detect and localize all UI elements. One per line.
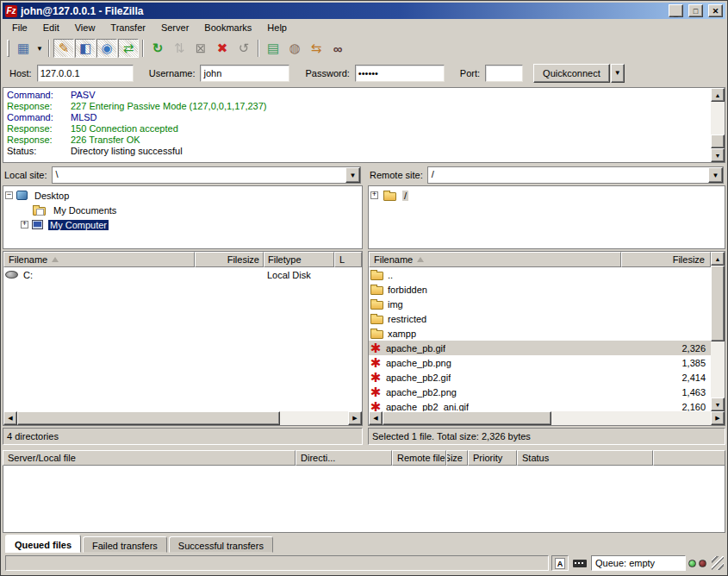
log-scrollbar[interactable]: ▲ ▼: [711, 88, 725, 162]
username-input[interactable]: [200, 65, 289, 82]
host-input[interactable]: [37, 65, 134, 82]
scrollbar-thumb[interactable]: [383, 411, 551, 425]
queue-tabs: Queued files Failed transfers Successful…: [3, 534, 725, 553]
scrollbar-thumb[interactable]: [711, 266, 725, 341]
menu-transfer[interactable]: Transfer: [103, 20, 153, 35]
file-row[interactable]: apache_pb2.png1,463: [369, 385, 711, 399]
tree-item-root[interactable]: + /: [370, 188, 723, 203]
local-horizontal-scrollbar[interactable]: ◀ ▶: [3, 411, 362, 425]
menu-bookmarks[interactable]: Bookmarks: [196, 20, 259, 35]
column-header-direction[interactable]: Directi...: [296, 450, 392, 466]
menu-edit[interactable]: Edit: [35, 20, 67, 35]
scroll-left-icon[interactable]: ◀: [3, 411, 17, 425]
queue-header: Server/Local file Directi... Remote file…: [3, 450, 725, 466]
file-row-c-drive[interactable]: C: Local Disk: [3, 267, 362, 282]
toggle-local-tree-icon[interactable]: ◧: [75, 39, 96, 58]
tree-item-my-computer[interactable]: + My Computer: [21, 217, 360, 232]
maximize-button[interactable]: □: [688, 4, 703, 17]
scrollbar-thumb[interactable]: [17, 411, 280, 425]
column-header-filename[interactable]: Filename: [369, 252, 621, 267]
scroll-up-icon[interactable]: ▲: [711, 252, 725, 266]
log-line: Command:MLSD: [7, 112, 707, 123]
scroll-down-icon[interactable]: ▼: [711, 148, 725, 162]
file-row[interactable]: img: [369, 297, 711, 311]
menu-view[interactable]: View: [67, 20, 103, 35]
synchronized-browsing-icon[interactable]: ⇆: [306, 39, 327, 58]
password-input[interactable]: [355, 65, 445, 82]
image-file-icon: [369, 386, 383, 398]
file-row[interactable]: apache_pb.png1,385: [369, 355, 711, 370]
site-manager-icon[interactable]: ▦: [13, 39, 34, 58]
toggle-transfer-queue-icon[interactable]: ⇄: [118, 39, 139, 58]
file-row[interactable]: xampp: [369, 326, 711, 341]
expand-icon[interactable]: +: [370, 191, 378, 199]
image-file-icon: [369, 372, 383, 384]
scroll-right-icon[interactable]: ▶: [348, 411, 362, 425]
tree-item-desktop[interactable]: − Desktop: [5, 188, 360, 203]
toggle-message-log-icon[interactable]: ✎: [53, 39, 74, 58]
disconnect-icon[interactable]: ✖: [212, 39, 233, 58]
remote-horizontal-scrollbar[interactable]: ◀ ▶: [369, 411, 725, 425]
reconnect-icon[interactable]: ↺: [233, 39, 254, 58]
directory-filters-icon[interactable]: ▤: [263, 39, 283, 58]
column-header-filename[interactable]: Filename: [3, 252, 195, 267]
status-bar: A Queue: empty: [3, 553, 725, 573]
find-files-icon[interactable]: ∞: [327, 39, 348, 58]
scrollbar-thumb[interactable]: [711, 135, 725, 148]
title-bar[interactable]: Fz john@127.0.0.1 - FileZilla _ □ ✕: [3, 3, 725, 19]
column-header-status[interactable]: Status: [517, 450, 653, 466]
scroll-left-icon[interactable]: ◀: [369, 411, 383, 425]
quickconnect-button[interactable]: Quickconnect: [533, 64, 610, 83]
minimize-button[interactable]: _: [669, 4, 683, 17]
column-header-priority[interactable]: Priority: [468, 450, 517, 466]
tab-successful-transfers[interactable]: Successful transfers: [169, 536, 273, 553]
column-header-filetype[interactable]: Filetype: [264, 252, 334, 267]
process-queue-icon[interactable]: ⇅: [169, 39, 190, 58]
menu-server[interactable]: Server: [153, 20, 196, 35]
port-input[interactable]: [485, 65, 523, 82]
tab-queued-files[interactable]: Queued files: [5, 535, 81, 553]
scroll-up-icon[interactable]: ▲: [711, 88, 725, 102]
speed-limit-indicator[interactable]: [571, 560, 588, 567]
remote-tree: + /: [368, 185, 725, 249]
tab-failed-transfers[interactable]: Failed transfers: [83, 536, 167, 553]
directory-comparison-icon[interactable]: ◍: [284, 39, 305, 58]
speed-limit-icon: [573, 560, 587, 567]
file-row[interactable]: apache_pb2_ani.gif2,160: [369, 399, 711, 411]
file-row[interactable]: restricted: [369, 311, 711, 326]
local-site-value: \: [53, 167, 345, 183]
scroll-down-icon[interactable]: ▼: [711, 398, 725, 411]
site-manager-dropdown-icon[interactable]: ▼: [34, 39, 45, 58]
file-row[interactable]: forbidden: [369, 282, 711, 297]
quickconnect-dropdown-icon[interactable]: ▼: [611, 64, 625, 83]
column-header-server-local-file[interactable]: Server/Local file: [3, 450, 296, 466]
tree-item-my-documents[interactable]: My Documents: [31, 203, 360, 217]
combo-dropdown-icon[interactable]: ▼: [708, 167, 723, 183]
column-header-remote-file[interactable]: Remote file: [392, 450, 446, 466]
remote-vertical-scrollbar[interactable]: ▲ ▼: [711, 252, 725, 411]
column-header-filesize[interactable]: Filesize: [195, 252, 264, 267]
log-line: Command:PASV: [7, 90, 707, 101]
file-row-selected[interactable]: apache_pb.gif2,326: [369, 341, 711, 355]
menu-help[interactable]: Help: [259, 20, 295, 35]
column-header-size[interactable]: Size: [446, 450, 468, 466]
refresh-icon[interactable]: ↻: [147, 39, 168, 58]
remote-site-combobox[interactable]: / ▼: [427, 166, 724, 184]
transfer-type-indicator[interactable]: A: [551, 555, 569, 571]
column-header-last-modified[interactable]: L: [334, 252, 362, 267]
local-site-combobox[interactable]: \ ▼: [52, 166, 361, 184]
menu-file[interactable]: File: [4, 20, 35, 35]
file-row[interactable]: ..: [369, 267, 711, 282]
expand-icon[interactable]: +: [21, 221, 28, 229]
toggle-remote-tree-icon[interactable]: ◉: [96, 39, 117, 58]
resize-grip-icon[interactable]: [712, 556, 724, 570]
toolbar-separator: [142, 40, 144, 57]
close-button[interactable]: ✕: [708, 4, 723, 17]
cancel-operation-icon[interactable]: ⊠: [190, 39, 211, 58]
combo-dropdown-icon[interactable]: ▼: [345, 167, 360, 183]
scroll-right-icon[interactable]: ▶: [711, 411, 725, 425]
remote-site-value: /: [428, 167, 708, 183]
column-header-filesize[interactable]: Filesize: [621, 252, 711, 267]
file-row[interactable]: apache_pb2.gif2,414: [369, 370, 711, 385]
collapse-icon[interactable]: −: [5, 191, 13, 199]
